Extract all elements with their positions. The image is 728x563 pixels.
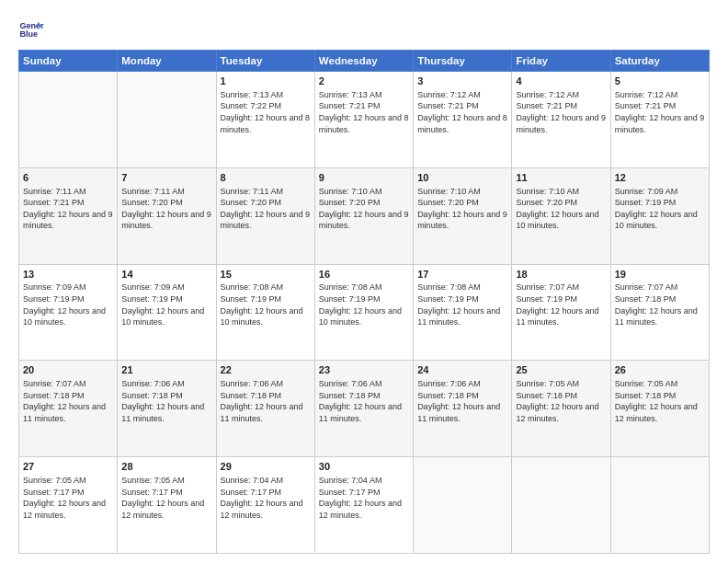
day-number: 8 — [221, 171, 311, 185]
calendar-day-cell: 25Sunrise: 7:05 AM Sunset: 7:18 PM Dayli… — [512, 361, 610, 457]
calendar-day-cell: 4Sunrise: 7:12 AM Sunset: 7:21 PM Daylig… — [512, 72, 610, 168]
calendar-week-row: 1Sunrise: 7:13 AM Sunset: 7:22 PM Daylig… — [19, 72, 710, 168]
calendar-day-cell: 10Sunrise: 7:10 AM Sunset: 7:20 PM Dayli… — [414, 167, 512, 264]
calendar-day-cell: 18Sunrise: 7:07 AM Sunset: 7:19 PM Dayli… — [512, 264, 610, 361]
calendar-day-cell — [512, 457, 610, 554]
day-number: 26 — [615, 363, 705, 377]
calendar-day-cell: 16Sunrise: 7:08 AM Sunset: 7:19 PM Dayli… — [314, 264, 413, 361]
day-info: Sunrise: 7:09 AM Sunset: 7:19 PM Dayligh… — [615, 186, 705, 232]
day-info: Sunrise: 7:07 AM Sunset: 7:18 PM Dayligh… — [615, 282, 705, 327]
calendar-day-cell — [19, 72, 118, 168]
day-info: Sunrise: 7:11 AM Sunset: 7:20 PM Dayligh… — [221, 186, 311, 232]
logo: General Blue — [18, 17, 46, 42]
day-number: 22 — [221, 363, 311, 377]
day-info: Sunrise: 7:08 AM Sunset: 7:19 PM Dayligh… — [319, 282, 409, 327]
calendar-day-cell — [610, 457, 709, 554]
day-number: 19 — [615, 268, 705, 282]
header: General Blue — [18, 17, 710, 42]
day-info: Sunrise: 7:05 AM Sunset: 7:18 PM Dayligh… — [615, 378, 705, 424]
day-info: Sunrise: 7:09 AM Sunset: 7:19 PM Dayligh… — [23, 282, 113, 327]
calendar-day-cell: 12Sunrise: 7:09 AM Sunset: 7:19 PM Dayli… — [610, 167, 709, 264]
day-number: 30 — [319, 460, 409, 474]
day-number: 17 — [417, 268, 507, 282]
day-info: Sunrise: 7:07 AM Sunset: 7:18 PM Dayligh… — [23, 378, 113, 424]
calendar-day-cell: 23Sunrise: 7:06 AM Sunset: 7:18 PM Dayli… — [314, 361, 413, 457]
day-info: Sunrise: 7:12 AM Sunset: 7:21 PM Dayligh… — [615, 89, 705, 135]
weekday-header: Thursday — [414, 51, 512, 72]
calendar-day-cell: 7Sunrise: 7:11 AM Sunset: 7:20 PM Daylig… — [118, 167, 216, 264]
day-info: Sunrise: 7:06 AM Sunset: 7:18 PM Dayligh… — [121, 378, 211, 424]
day-number: 10 — [417, 171, 507, 185]
day-info: Sunrise: 7:10 AM Sunset: 7:20 PM Dayligh… — [319, 186, 409, 232]
day-info: Sunrise: 7:04 AM Sunset: 7:17 PM Dayligh… — [319, 475, 409, 521]
calendar-day-cell: 30Sunrise: 7:04 AM Sunset: 7:17 PM Dayli… — [314, 457, 413, 554]
day-info: Sunrise: 7:08 AM Sunset: 7:19 PM Dayligh… — [221, 282, 311, 327]
day-number: 23 — [319, 363, 409, 377]
day-number: 14 — [121, 268, 211, 282]
day-info: Sunrise: 7:05 AM Sunset: 7:17 PM Dayligh… — [23, 475, 113, 521]
logo-icon: General Blue — [18, 17, 44, 42]
weekday-header: Monday — [118, 51, 216, 72]
calendar-day-cell: 3Sunrise: 7:12 AM Sunset: 7:21 PM Daylig… — [414, 72, 512, 168]
day-number: 11 — [516, 171, 606, 185]
day-info: Sunrise: 7:10 AM Sunset: 7:20 PM Dayligh… — [417, 186, 507, 232]
weekday-header: Saturday — [610, 51, 709, 72]
calendar-day-cell: 11Sunrise: 7:10 AM Sunset: 7:20 PM Dayli… — [512, 167, 610, 264]
day-number: 21 — [121, 363, 211, 377]
calendar-day-cell: 2Sunrise: 7:13 AM Sunset: 7:21 PM Daylig… — [314, 72, 413, 168]
calendar-day-cell: 26Sunrise: 7:05 AM Sunset: 7:18 PM Dayli… — [610, 361, 709, 457]
day-number: 28 — [121, 460, 211, 474]
day-number: 13 — [23, 268, 113, 282]
calendar-week-row: 27Sunrise: 7:05 AM Sunset: 7:17 PM Dayli… — [19, 457, 710, 554]
calendar-day-cell: 20Sunrise: 7:07 AM Sunset: 7:18 PM Dayli… — [19, 361, 118, 457]
calendar-day-cell: 19Sunrise: 7:07 AM Sunset: 7:18 PM Dayli… — [610, 264, 709, 361]
day-info: Sunrise: 7:11 AM Sunset: 7:20 PM Dayligh… — [121, 186, 211, 232]
day-info: Sunrise: 7:04 AM Sunset: 7:17 PM Dayligh… — [221, 475, 311, 521]
day-info: Sunrise: 7:09 AM Sunset: 7:19 PM Dayligh… — [121, 282, 211, 327]
day-info: Sunrise: 7:05 AM Sunset: 7:18 PM Dayligh… — [516, 378, 606, 424]
day-info: Sunrise: 7:11 AM Sunset: 7:21 PM Dayligh… — [23, 186, 113, 232]
day-number: 2 — [319, 75, 409, 88]
calendar-day-cell — [414, 457, 512, 554]
calendar-day-cell: 24Sunrise: 7:06 AM Sunset: 7:18 PM Dayli… — [414, 361, 512, 457]
day-number: 20 — [23, 363, 113, 377]
day-info: Sunrise: 7:13 AM Sunset: 7:21 PM Dayligh… — [319, 89, 409, 135]
calendar-day-cell: 15Sunrise: 7:08 AM Sunset: 7:19 PM Dayli… — [216, 264, 314, 361]
day-info: Sunrise: 7:06 AM Sunset: 7:18 PM Dayligh… — [417, 378, 507, 424]
day-number: 16 — [319, 268, 409, 282]
day-info: Sunrise: 7:05 AM Sunset: 7:17 PM Dayligh… — [121, 475, 211, 521]
day-number: 6 — [23, 171, 113, 185]
calendar-day-cell: 29Sunrise: 7:04 AM Sunset: 7:17 PM Dayli… — [216, 457, 314, 554]
calendar-day-cell: 28Sunrise: 7:05 AM Sunset: 7:17 PM Dayli… — [118, 457, 216, 554]
day-number: 4 — [516, 75, 606, 88]
calendar-day-cell: 8Sunrise: 7:11 AM Sunset: 7:20 PM Daylig… — [216, 167, 314, 264]
calendar-day-cell: 17Sunrise: 7:08 AM Sunset: 7:19 PM Dayli… — [414, 264, 512, 361]
svg-text:Blue: Blue — [19, 29, 38, 39]
calendar-day-cell: 13Sunrise: 7:09 AM Sunset: 7:19 PM Dayli… — [19, 264, 118, 361]
page: General Blue SundayMondayTuesdayWednesda… — [0, 0, 728, 563]
calendar-week-row: 20Sunrise: 7:07 AM Sunset: 7:18 PM Dayli… — [19, 361, 710, 457]
day-info: Sunrise: 7:07 AM Sunset: 7:19 PM Dayligh… — [516, 282, 606, 327]
day-info: Sunrise: 7:06 AM Sunset: 7:18 PM Dayligh… — [221, 378, 311, 424]
day-number: 12 — [615, 171, 705, 185]
day-number: 5 — [615, 75, 705, 88]
calendar-week-row: 13Sunrise: 7:09 AM Sunset: 7:19 PM Dayli… — [19, 264, 710, 361]
calendar-day-cell: 21Sunrise: 7:06 AM Sunset: 7:18 PM Dayli… — [118, 361, 216, 457]
calendar-week-row: 6Sunrise: 7:11 AM Sunset: 7:21 PM Daylig… — [19, 167, 710, 264]
day-number: 1 — [221, 75, 311, 88]
day-number: 18 — [516, 268, 606, 282]
calendar-table: SundayMondayTuesdayWednesdayThursdayFrid… — [18, 50, 710, 554]
calendar-day-cell: 1Sunrise: 7:13 AM Sunset: 7:22 PM Daylig… — [216, 72, 314, 168]
calendar-day-cell — [118, 72, 216, 168]
calendar-day-cell: 22Sunrise: 7:06 AM Sunset: 7:18 PM Dayli… — [216, 361, 314, 457]
day-info: Sunrise: 7:08 AM Sunset: 7:19 PM Dayligh… — [417, 282, 507, 327]
calendar-day-cell: 6Sunrise: 7:11 AM Sunset: 7:21 PM Daylig… — [19, 167, 118, 264]
day-number: 29 — [221, 460, 311, 474]
day-number: 15 — [221, 268, 311, 282]
day-number: 25 — [516, 363, 606, 377]
day-number: 24 — [417, 363, 507, 377]
day-info: Sunrise: 7:10 AM Sunset: 7:20 PM Dayligh… — [516, 186, 606, 232]
calendar-header-row: SundayMondayTuesdayWednesdayThursdayFrid… — [19, 51, 710, 72]
calendar-day-cell: 14Sunrise: 7:09 AM Sunset: 7:19 PM Dayli… — [118, 264, 216, 361]
day-info: Sunrise: 7:12 AM Sunset: 7:21 PM Dayligh… — [417, 89, 507, 135]
